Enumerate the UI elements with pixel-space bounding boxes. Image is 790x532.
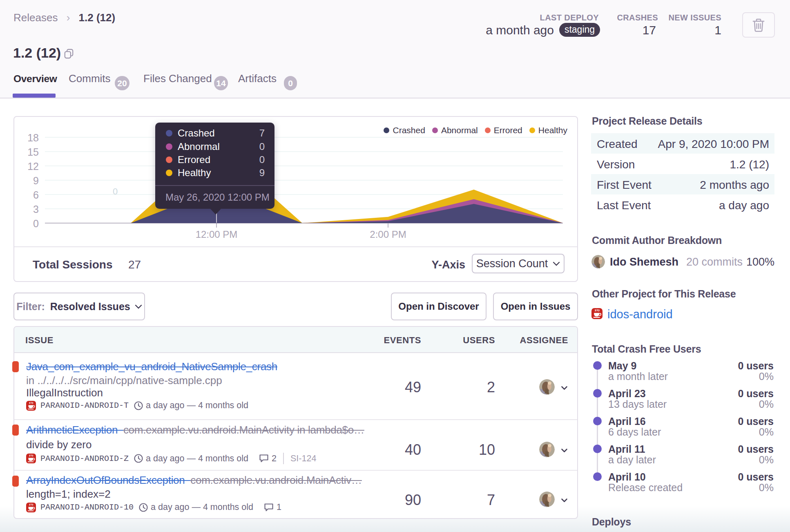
svg-text:0: 0 xyxy=(113,186,118,197)
